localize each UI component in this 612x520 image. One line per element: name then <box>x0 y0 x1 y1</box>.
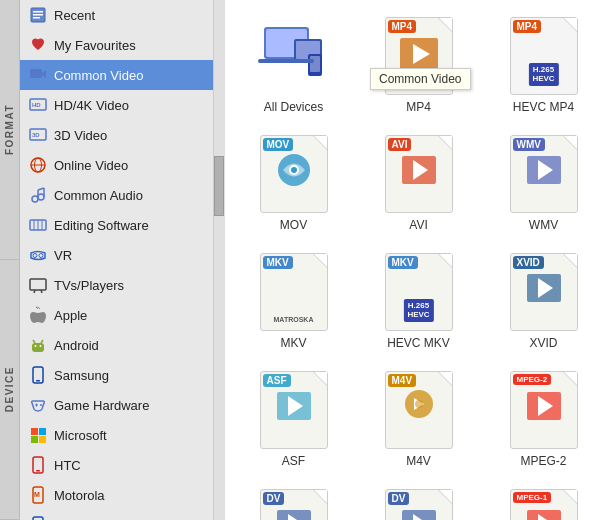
asf-label: ASF <box>282 454 305 468</box>
m4v-label: M4V <box>406 454 431 468</box>
dv-ntsc-icon: DV <box>254 488 334 520</box>
device-tab[interactable]: Device <box>0 260 19 520</box>
sidebar-item-vr[interactable]: VR <box>20 240 213 270</box>
format-item-asf[interactable]: ASF ASF <box>235 364 352 474</box>
dv-ntsc-badge: DV <box>263 492 285 505</box>
mpeg2-icon: MPEG-2 <box>504 370 584 450</box>
sidebar-item-nokia[interactable]: Nokia <box>20 510 213 520</box>
sidebar-item-recent[interactable]: Recent <box>20 0 213 30</box>
format-item-m4v[interactable]: M4V M4V <box>360 364 477 474</box>
avi-badge: AVI <box>388 138 412 151</box>
apple-label: Apple <box>54 308 87 323</box>
svg-rect-2 <box>33 14 43 16</box>
mpeg2-label: MPEG-2 <box>520 454 566 468</box>
mov-icon: MOV <box>254 134 334 214</box>
apple-icon <box>28 305 48 325</box>
svg-rect-3 <box>33 17 40 19</box>
sidebar-scrollbar[interactable] <box>213 0 225 520</box>
svg-rect-1 <box>33 11 43 13</box>
format-item-hevc-mp4[interactable]: MP4 H.265HEVC HEVC MP4 <box>485 10 602 120</box>
svg-point-16 <box>38 194 44 200</box>
format-item-mpeg1[interactable]: MPEG-1 MPEG-1 <box>485 482 602 520</box>
recent-icon <box>28 5 48 25</box>
mov-label: MOV <box>280 218 307 232</box>
hd-video-icon: HD <box>28 95 48 115</box>
dv-pal-icon: DV <box>379 488 459 520</box>
svg-point-77 <box>415 400 423 408</box>
svg-point-67 <box>291 167 297 173</box>
svg-rect-33 <box>36 380 40 382</box>
sidebar-item-favourites[interactable]: My Favourites <box>20 30 213 60</box>
sidebar-item-common-video[interactable]: Common Video <box>20 60 213 90</box>
format-item-mov[interactable]: MOV MOV <box>235 128 352 238</box>
sidebar-item-online-video[interactable]: Online Video <box>20 150 213 180</box>
microsoft-label: Microsoft <box>54 428 107 443</box>
format-item-hevc-mkv[interactable]: MKV H.265HEVC HEVC MKV <box>360 246 477 356</box>
format-tab[interactable]: Format <box>0 0 19 260</box>
mpeg2-badge: MPEG-2 <box>513 374 552 385</box>
svg-point-28 <box>35 345 37 347</box>
wmv-badge: WMV <box>513 138 545 151</box>
online-video-icon <box>28 155 48 175</box>
asf-icon: ASF <box>254 370 334 450</box>
sidebar-item-common-audio[interactable]: Common Audio <box>20 180 213 210</box>
xvid-icon: XVID <box>504 252 584 332</box>
svg-text:3D: 3D <box>32 132 40 138</box>
wmv-label: WMV <box>529 218 558 232</box>
common-audio-label: Common Audio <box>54 188 143 203</box>
htc-icon <box>28 455 48 475</box>
sidebar-item-apple[interactable]: Apple <box>20 300 213 330</box>
sidebar-item-htc[interactable]: HTC <box>20 450 213 480</box>
format-item-mpeg2[interactable]: MPEG-2 MPEG-2 <box>485 364 602 474</box>
common-video-icon <box>28 65 48 85</box>
format-item-avi[interactable]: AVI AVI <box>360 128 477 238</box>
sidebar-scrollbar-thumb[interactable] <box>214 156 224 216</box>
samsung-label: Samsung <box>54 368 109 383</box>
avi-icon: AVI <box>379 134 459 214</box>
format-item-dv-ntsc[interactable]: DV DV-NTSC <box>235 482 352 520</box>
sidebar-item-microsoft[interactable]: Microsoft <box>20 420 213 450</box>
format-item-mkv[interactable]: MKV MATROSKA MKV <box>235 246 352 356</box>
favourites-label: My Favourites <box>54 38 136 53</box>
format-item-dv-pal[interactable]: DV DV-PAL <box>360 482 477 520</box>
microsoft-icon <box>28 425 48 445</box>
svg-point-23 <box>39 254 43 258</box>
common-audio-icon <box>28 185 48 205</box>
laptop-svg <box>256 19 331 94</box>
wmv-icon: WMV <box>504 134 584 214</box>
sidebar-item-motorola[interactable]: M Motorola <box>20 480 213 510</box>
format-item-all-devices[interactable]: All Devices <box>235 10 352 120</box>
hevc-mp4-badge: MP4 <box>513 20 542 33</box>
m4v-icon: M4V <box>379 370 459 450</box>
svg-rect-62 <box>258 59 314 63</box>
format-item-xvid[interactable]: XVID XVID <box>485 246 602 356</box>
svg-rect-61 <box>310 56 320 72</box>
recent-label: Recent <box>54 8 95 23</box>
sidebar-item-android[interactable]: Android <box>20 330 213 360</box>
all-devices-label: All Devices <box>264 100 323 114</box>
format-item-wmv[interactable]: WMV WMV <box>485 128 602 238</box>
svg-line-30 <box>33 340 35 343</box>
sidebar-item-tvs-players[interactable]: TVs/Players <box>20 270 213 300</box>
format-item-mp4[interactable]: MP4 MP4 <box>360 10 477 120</box>
svg-rect-42 <box>36 470 40 472</box>
sidebar-item-game-hardware[interactable]: Game Hardware <box>20 390 213 420</box>
svg-rect-27 <box>32 343 44 352</box>
vr-icon <box>28 245 48 265</box>
sidebar-item-samsung[interactable]: Samsung <box>20 360 213 390</box>
3d-video-icon: 3D <box>28 125 48 145</box>
mov-badge: MOV <box>263 138 294 151</box>
3d-video-label: 3D Video <box>54 128 107 143</box>
android-icon <box>28 335 48 355</box>
editing-software-label: Editing Software <box>54 218 149 233</box>
sidebar-item-3d-video[interactable]: 3D 3D Video <box>20 120 213 150</box>
format-tab-label: Format <box>4 104 15 155</box>
sidebar-item-hd-video[interactable]: HD HD/4K Video <box>20 90 213 120</box>
mp4-label: MP4 <box>406 100 431 114</box>
xvid-badge: XVID <box>513 256 544 269</box>
hevc-mkv-label: HEVC MKV <box>387 336 450 350</box>
hevc-mkv-icon: MKV H.265HEVC <box>379 252 459 332</box>
tooltip-text: Common Video <box>379 72 462 86</box>
svg-point-13 <box>32 196 38 202</box>
sidebar-item-editing-software[interactable]: Editing Software <box>20 210 213 240</box>
